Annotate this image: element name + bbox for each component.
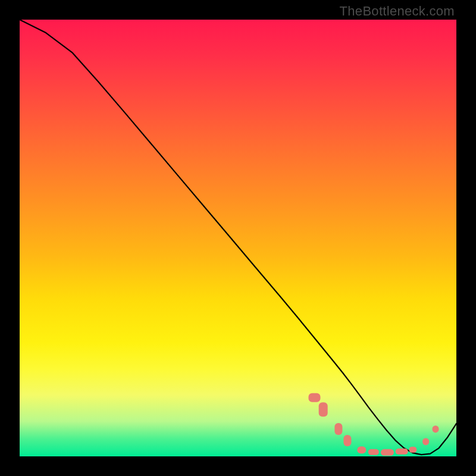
- chart-marker: [422, 438, 430, 445]
- chart-marker: [409, 447, 416, 453]
- chart-marker: [381, 449, 394, 455]
- chart-marker: [319, 403, 328, 416]
- chart-marker: [368, 449, 378, 455]
- chart-marker: [309, 393, 320, 402]
- chart-marker: [343, 435, 351, 447]
- chart-marker: [334, 423, 342, 435]
- chart-markers-layer: [20, 20, 456, 456]
- chart-plot-area: [20, 20, 456, 456]
- watermark-text: TheBottleneck.com: [340, 4, 455, 19]
- chart-marker: [357, 446, 366, 453]
- chart-marker: [432, 426, 439, 433]
- chart-marker: [396, 449, 408, 455]
